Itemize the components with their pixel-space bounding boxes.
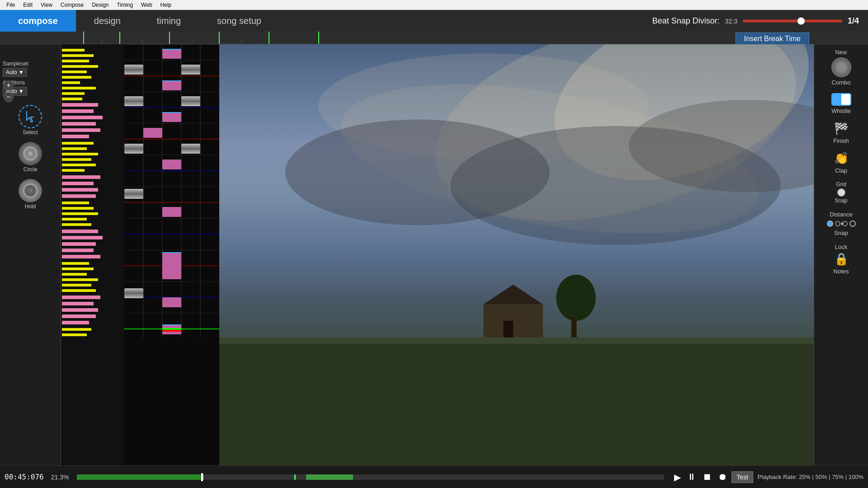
svg-rect-93 [162, 297, 181, 307]
svg-rect-96 [181, 65, 200, 75]
menu-file[interactable]: File [3, 1, 19, 9]
circle-tool[interactable]: Circle [3, 140, 58, 174]
svg-rect-106 [162, 252, 181, 253]
beat-snap-slider[interactable] [743, 19, 842, 22]
distance-snap-tool[interactable]: Distance Snap [827, 211, 856, 236]
distance-snap-controls [827, 220, 856, 228]
distance-label: Distance [830, 211, 853, 218]
svg-rect-14 [62, 49, 85, 52]
svg-rect-39 [62, 194, 96, 198]
svg-rect-16 [62, 60, 89, 62]
svg-rect-28 [62, 128, 100, 132]
svg-rect-24 [62, 103, 98, 107]
menu-view[interactable]: View [37, 1, 56, 9]
ruler-svg [61, 32, 809, 44]
svg-point-124 [835, 221, 840, 226]
notes-label: Notes [834, 268, 849, 275]
svg-rect-99 [124, 144, 143, 154]
svg-rect-42 [62, 212, 98, 215]
zoom-out-button[interactable]: − [4, 92, 14, 102]
play-button[interactable]: ▶ [672, 470, 683, 484]
menu-timing[interactable]: Timing [113, 1, 137, 9]
tab-timing[interactable]: timing [139, 10, 199, 32]
select-label: Select [23, 129, 38, 136]
circle-svg [23, 146, 38, 161]
svg-rect-123 [571, 318, 577, 338]
lock-icon: 🔒 [834, 252, 849, 266]
zoom-in-button[interactable]: + [4, 80, 14, 90]
grid-editor[interactable] [124, 44, 219, 465]
svg-rect-20 [62, 81, 80, 84]
beat-snap-thumb[interactable] [797, 17, 805, 24]
svg-rect-47 [62, 242, 96, 246]
stop-button[interactable]: ⏹ [701, 470, 713, 484]
distance-snap-icon [835, 220, 848, 228]
grid-snap-tool[interactable]: Grid Snap [835, 181, 847, 204]
distance-radio-right[interactable] [849, 221, 856, 227]
finish-icon: 🏁 [834, 122, 849, 136]
sampleset-dropdown[interactable]: Auto ▼ [3, 68, 27, 77]
clap-label: Clap [835, 167, 847, 174]
cursor-icon [23, 109, 38, 124]
insert-break-button[interactable]: Insert Break Time [736, 33, 809, 45]
svg-rect-53 [62, 278, 98, 281]
chevron-down-icon: ▼ [19, 69, 24, 75]
svg-rect-43 [62, 218, 87, 221]
progress-thumb[interactable] [201, 473, 203, 481]
svg-rect-48 [62, 249, 94, 252]
pause-button[interactable]: ⏸ [685, 470, 698, 484]
svg-rect-38 [62, 188, 98, 192]
menubar: File Edit View Compose Design Timing Web… [0, 0, 868, 10]
svg-rect-58 [62, 308, 98, 312]
menu-web[interactable]: Web [137, 1, 156, 9]
progress-fill [77, 474, 202, 480]
svg-rect-30 [62, 142, 94, 145]
distance-radio-left[interactable] [827, 221, 833, 227]
clap-tool[interactable]: 👏 Clap [834, 151, 849, 174]
editor-area [61, 44, 814, 465]
whistle-tool[interactable]: Whistle [831, 93, 851, 114]
test-button[interactable]: Test [731, 471, 753, 483]
tab-song-setup[interactable]: song setup [199, 10, 279, 32]
svg-rect-22 [62, 92, 85, 95]
lock-notes-tool[interactable]: Lock 🔒 Notes [834, 244, 849, 275]
combo-label: Combo [832, 79, 851, 86]
svg-rect-86 [162, 49, 181, 59]
circle-label: Circle [24, 166, 38, 173]
menu-edit[interactable]: Edit [19, 1, 36, 9]
new-combo-tool[interactable]: New Combo [831, 49, 851, 86]
progress-bar[interactable] [77, 474, 664, 480]
svg-rect-36 [62, 175, 100, 179]
svg-rect-41 [62, 207, 94, 210]
svg-rect-92 [162, 252, 181, 279]
svg-rect-103 [162, 49, 181, 50]
record-button[interactable]: ⏺ [716, 470, 729, 484]
menu-help[interactable]: Help [157, 1, 175, 9]
menu-compose[interactable]: Compose [57, 1, 87, 9]
svg-rect-90 [162, 160, 181, 169]
svg-rect-91 [162, 207, 181, 217]
menu-design[interactable]: Design [88, 1, 112, 9]
time-display: 00:45:076 [5, 473, 44, 481]
svg-rect-95 [124, 65, 143, 75]
clap-icon: 👏 [834, 151, 849, 165]
select-tool[interactable]: Select [3, 103, 58, 137]
svg-rect-40 [62, 202, 89, 204]
svg-rect-105 [162, 112, 181, 113]
svg-rect-18 [62, 70, 87, 73]
left-panel: Sampleset Auto ▼ Additions Auto ▼ [0, 44, 61, 465]
svg-rect-37 [62, 182, 94, 185]
svg-rect-45 [62, 230, 98, 233]
zoom-buttons: + − [4, 80, 14, 102]
svg-rect-33 [62, 158, 91, 161]
finish-tool[interactable]: 🏁 Finish [833, 122, 849, 144]
svg-rect-35 [62, 169, 85, 172]
tab-compose[interactable]: compose [0, 10, 76, 32]
grid-snap-group: Grid Snap [835, 181, 847, 204]
whistle-knob [841, 94, 850, 105]
progress-marker-3 [306, 474, 353, 480]
tab-design[interactable]: design [76, 10, 139, 32]
whistle-toggle[interactable] [831, 93, 851, 106]
progress-pct: 21.3% [51, 474, 69, 481]
hold-tool[interactable]: ☞ Hold [3, 177, 58, 211]
